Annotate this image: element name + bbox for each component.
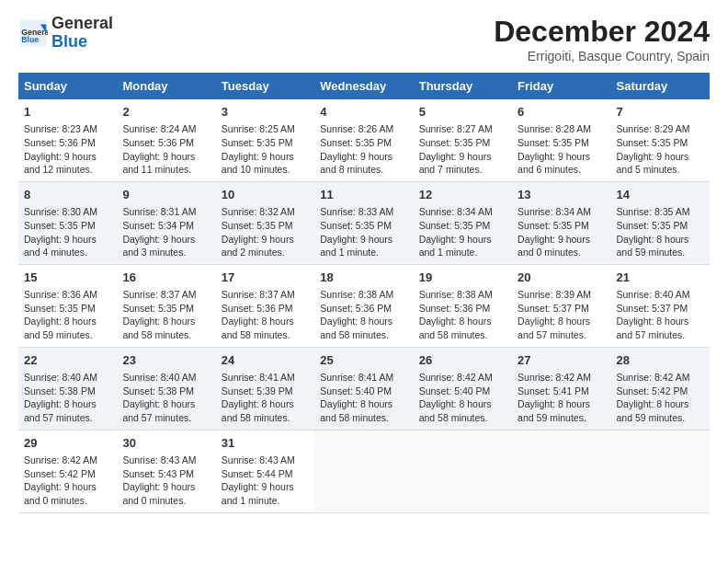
location-text: Errigoiti, Basque Country, Spain — [494, 49, 710, 63]
sunrise-text: Sunrise: 8:26 AM — [320, 123, 393, 134]
sunset-text: Sunset: 5:36 PM — [320, 303, 392, 314]
sunset-text: Sunset: 5:38 PM — [122, 385, 194, 396]
daylight-text: Daylight: 8 hours and 58 minutes. — [222, 398, 294, 423]
day-number: 22 — [24, 352, 111, 369]
daylight-text: Daylight: 8 hours and 57 minutes. — [518, 316, 590, 340]
sunset-text: Sunset: 5:41 PM — [518, 385, 589, 396]
daylight-text: Daylight: 9 hours and 1 minute. — [419, 234, 492, 259]
sunset-text: Sunset: 5:42 PM — [24, 468, 96, 479]
header-row: Sunday Monday Tuesday Wednesday Thursday… — [18, 73, 710, 99]
daylight-text: Daylight: 8 hours and 58 minutes. — [122, 316, 195, 340]
svg-text:Blue: Blue — [21, 35, 39, 44]
day-number: 13 — [518, 187, 605, 203]
col-wednesday: Wednesday — [314, 73, 413, 99]
daylight-text: Daylight: 9 hours and 5 minutes. — [617, 151, 689, 176]
day-number: 25 — [320, 352, 407, 369]
daylight-text: Daylight: 9 hours and 7 minutes. — [419, 151, 492, 176]
sunrise-text: Sunrise: 8:42 AM — [419, 372, 493, 383]
day-number: 24 — [222, 352, 309, 369]
sunset-text: Sunset: 5:40 PM — [320, 385, 392, 396]
sunset-text: Sunset: 5:36 PM — [122, 137, 194, 148]
logo-icon: General Blue — [18, 18, 48, 48]
day-number: 3 — [222, 104, 309, 121]
sunset-text: Sunset: 5:35 PM — [617, 220, 688, 231]
daylight-text: Daylight: 9 hours and 11 minutes. — [122, 151, 195, 176]
sunrise-text: Sunrise: 8:41 AM — [320, 372, 393, 383]
calendar-cell: 14Sunrise: 8:35 AMSunset: 5:35 PMDayligh… — [611, 181, 710, 264]
day-number: 6 — [518, 104, 605, 121]
calendar-cell: 3Sunrise: 8:25 AMSunset: 5:35 PMDaylight… — [216, 99, 314, 181]
sunrise-text: Sunrise: 8:43 AM — [222, 454, 295, 465]
daylight-text: Daylight: 9 hours and 6 minutes. — [518, 151, 590, 176]
calendar-cell: 1Sunrise: 8:23 AMSunset: 5:36 PMDaylight… — [18, 99, 117, 181]
col-sunday: Sunday — [18, 73, 117, 99]
calendar-cell: 9Sunrise: 8:31 AMSunset: 5:34 PMDaylight… — [117, 181, 215, 264]
daylight-text: Daylight: 9 hours and 4 minutes. — [24, 234, 97, 259]
daylight-text: Daylight: 8 hours and 58 minutes. — [320, 398, 392, 423]
col-friday: Friday — [512, 73, 610, 99]
day-number: 26 — [419, 352, 506, 369]
week-row-3: 15Sunrise: 8:36 AMSunset: 5:35 PMDayligh… — [18, 264, 710, 347]
calendar-cell: 10Sunrise: 8:32 AMSunset: 5:35 PMDayligh… — [216, 181, 314, 264]
sunrise-text: Sunrise: 8:43 AM — [122, 454, 196, 465]
sunrise-text: Sunrise: 8:30 AM — [24, 206, 97, 217]
sunrise-text: Sunrise: 8:38 AM — [419, 289, 493, 300]
sunrise-text: Sunrise: 8:38 AM — [320, 289, 393, 300]
day-number: 9 — [122, 187, 210, 203]
day-number: 1 — [24, 104, 111, 121]
sunrise-text: Sunrise: 8:27 AM — [419, 123, 493, 134]
day-number: 20 — [518, 270, 605, 286]
sunrise-text: Sunrise: 8:42 AM — [518, 372, 591, 383]
day-number: 17 — [222, 270, 309, 286]
col-tuesday: Tuesday — [216, 73, 314, 99]
daylight-text: Daylight: 9 hours and 1 minute. — [222, 481, 294, 506]
daylight-text: Daylight: 9 hours and 0 minutes. — [122, 481, 195, 506]
sunrise-text: Sunrise: 8:34 AM — [518, 206, 591, 217]
sunset-text: Sunset: 5:35 PM — [617, 137, 688, 148]
sunrise-text: Sunrise: 8:36 AM — [24, 289, 97, 300]
daylight-text: Daylight: 9 hours and 0 minutes. — [518, 234, 590, 259]
calendar-cell: 21Sunrise: 8:40 AMSunset: 5:37 PMDayligh… — [611, 264, 710, 347]
col-thursday: Thursday — [414, 73, 512, 99]
daylight-text: Daylight: 9 hours and 2 minutes. — [222, 234, 294, 259]
calendar-cell: 17Sunrise: 8:37 AMSunset: 5:36 PMDayligh… — [216, 264, 314, 347]
calendar-cell: 16Sunrise: 8:37 AMSunset: 5:35 PMDayligh… — [117, 264, 215, 347]
day-number: 21 — [617, 270, 704, 286]
calendar-cell: 4Sunrise: 8:26 AMSunset: 5:35 PMDaylight… — [314, 99, 413, 181]
sunset-text: Sunset: 5:35 PM — [24, 220, 96, 231]
calendar-cell: 23Sunrise: 8:40 AMSunset: 5:38 PMDayligh… — [117, 347, 215, 430]
sunset-text: Sunset: 5:35 PM — [122, 303, 194, 314]
day-number: 16 — [122, 270, 210, 286]
calendar-cell — [414, 430, 512, 512]
sunset-text: Sunset: 5:37 PM — [617, 303, 688, 314]
calendar-cell: 13Sunrise: 8:34 AMSunset: 5:35 PMDayligh… — [512, 181, 610, 264]
col-monday: Monday — [117, 73, 215, 99]
day-number: 7 — [617, 104, 704, 121]
sunrise-text: Sunrise: 8:42 AM — [617, 372, 690, 383]
calendar-cell: 15Sunrise: 8:36 AMSunset: 5:35 PMDayligh… — [18, 264, 117, 347]
sunrise-text: Sunrise: 8:28 AM — [518, 123, 591, 134]
day-number: 5 — [419, 104, 506, 121]
sunrise-text: Sunrise: 8:39 AM — [518, 289, 591, 300]
calendar-cell: 26Sunrise: 8:42 AMSunset: 5:40 PMDayligh… — [414, 347, 512, 430]
calendar-cell — [611, 430, 710, 512]
calendar-cell: 19Sunrise: 8:38 AMSunset: 5:36 PMDayligh… — [414, 264, 512, 347]
day-number: 30 — [122, 435, 210, 452]
sunrise-text: Sunrise: 8:35 AM — [617, 206, 690, 217]
sunset-text: Sunset: 5:38 PM — [24, 385, 96, 396]
sunrise-text: Sunrise: 8:40 AM — [617, 289, 690, 300]
calendar-cell: 8Sunrise: 8:30 AMSunset: 5:35 PMDaylight… — [18, 181, 117, 264]
daylight-text: Daylight: 9 hours and 12 minutes. — [24, 151, 97, 176]
sunrise-text: Sunrise: 8:37 AM — [122, 289, 196, 300]
sunrise-text: Sunrise: 8:37 AM — [222, 289, 295, 300]
week-row-4: 22Sunrise: 8:40 AMSunset: 5:38 PMDayligh… — [18, 347, 710, 430]
day-number: 19 — [419, 270, 506, 286]
month-title: December 2024 — [494, 15, 710, 49]
logo: General Blue General Blue — [18, 15, 113, 52]
sunset-text: Sunset: 5:40 PM — [419, 385, 491, 396]
sunset-text: Sunset: 5:35 PM — [222, 220, 293, 231]
daylight-text: Daylight: 9 hours and 3 minutes. — [122, 234, 195, 259]
sunset-text: Sunset: 5:35 PM — [320, 137, 392, 148]
page-header: General Blue General Blue December 2024 … — [18, 15, 710, 63]
calendar-cell: 20Sunrise: 8:39 AMSunset: 5:37 PMDayligh… — [512, 264, 610, 347]
